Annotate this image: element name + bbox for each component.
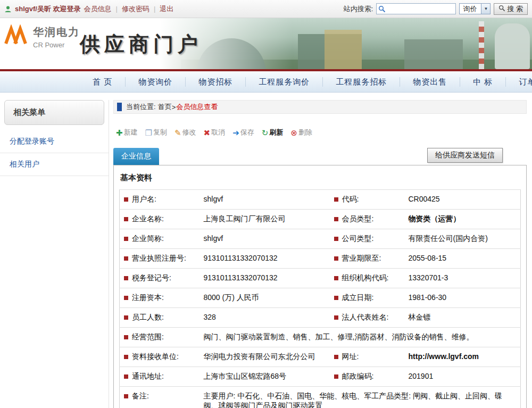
- field-value: 1981-06-30: [404, 288, 521, 308]
- table-row: 经营范围: 阀门、阀门驱动装置制造、销售、加工、修理,消防器材、消防设备的销售、…: [120, 328, 521, 347]
- top-bar: shlgvf/吴昕 欢迎登录 会员信息 | 修改密码 | 退出 站内搜索: 询价…: [0, 0, 532, 18]
- bullet-icon: [334, 197, 338, 202]
- field-value: 201901: [404, 367, 521, 387]
- bullet-icon: [124, 315, 128, 320]
- new-button[interactable]: ✚ 新建: [113, 127, 140, 138]
- bullet-icon: [124, 394, 128, 398]
- sidebar-title: 相关菜单: [4, 100, 104, 125]
- field-label: 经营范围:: [132, 332, 164, 341]
- separator: |: [116, 5, 118, 13]
- table-row: 员工人数: 328 法人代表姓名: 林金镖: [120, 308, 521, 328]
- field-value: shlgvf: [200, 190, 330, 210]
- company-info-panel: 基本资料 用户名: shlgvf 代码: CR00425 企业名称: 上海良工阀…: [113, 165, 527, 408]
- field-label: 企业名称:: [132, 214, 164, 223]
- nav-material-bidding[interactable]: 物资招标: [186, 77, 246, 87]
- table-row: 营业执照注册号: 913101131332070132 营业期限至: 2055-…: [120, 249, 521, 269]
- field-label: 法人代表姓名:: [342, 313, 389, 321]
- field-label: 用户名:: [132, 195, 156, 203]
- refresh-icon: ↻: [262, 129, 269, 137]
- header-banner: 华润电力 CR Power 供应商门户: [0, 18, 532, 69]
- bullet-icon: [334, 276, 338, 280]
- copy-icon: ❐: [145, 129, 152, 137]
- nav-home[interactable]: 首 页: [80, 77, 126, 87]
- search-input[interactable]: [387, 4, 455, 13]
- breadcrumb-home-link[interactable]: 首页: [158, 102, 172, 112]
- send-sms-button[interactable]: 给供应商发送短信: [427, 148, 503, 163]
- new-icon: ✚: [116, 129, 123, 137]
- field-value: 8000 (万) 人民币: [200, 288, 330, 308]
- logout-link[interactable]: 退出: [160, 4, 173, 14]
- table-row: 备注: 主要用户: 中石化、中石油、国电、华能、核电、军工产品类型: 闸阀、截止…: [120, 387, 521, 408]
- main-nav: 首 页 物资询价 物资招标 工程服务询价 工程服务招标 物资出售 中 标 订单/…: [0, 71, 532, 93]
- field-value: http://www.lgvf.com: [404, 347, 521, 367]
- logo-text-en: CR Power: [33, 41, 80, 49]
- edit-button[interactable]: ✎ 修改: [172, 127, 199, 138]
- nav-orders-contracts[interactable]: 订单/合同: [506, 77, 532, 87]
- search-button[interactable]: 搜 索: [494, 3, 528, 15]
- sidebar-item-related-users[interactable]: 相关用户: [0, 153, 109, 176]
- table-row: 税务登记号: 913101131332070132 组织机构代码: 133207…: [120, 269, 521, 288]
- separator: |: [154, 5, 155, 13]
- bullet-icon: [334, 315, 338, 320]
- bullet-icon: [124, 335, 128, 339]
- edit-icon: ✎: [174, 129, 181, 137]
- save-button[interactable]: ➔ 保存: [230, 127, 257, 138]
- field-value: 上海市宝山区锦宏路68号: [200, 367, 330, 387]
- bullet-icon: [334, 237, 338, 241]
- search-category-select[interactable]: 询价: [459, 3, 491, 14]
- bullet-icon: [334, 355, 338, 359]
- tab-company-info[interactable]: 企业信息: [113, 148, 159, 165]
- section-title: 基本资料: [119, 165, 521, 189]
- sidebar-item-assign-accounts[interactable]: 分配登录账号: [0, 130, 109, 153]
- field-label: 备注:: [132, 392, 149, 400]
- field-label: 代码:: [342, 195, 359, 203]
- field-label: 税务登记号:: [132, 273, 171, 282]
- bullet-icon: [124, 374, 128, 379]
- portal-title: 供应商门户: [80, 31, 202, 58]
- table-row: 资料接收单位: 华润电力投资有限公司东北分公司 网址: http://www.l…: [120, 347, 521, 367]
- chevron-down-icon[interactable]: [481, 4, 490, 14]
- field-label: 网址:: [342, 352, 359, 361]
- breadcrumb: 当前位置: 首页 > 会员信息查看: [113, 100, 527, 114]
- cancel-button[interactable]: ✖ 取消: [201, 127, 228, 138]
- table-row: 注册资本: 8000 (万) 人民币 成立日期: 1981-06-30: [120, 288, 521, 308]
- cancel-icon: ✖: [204, 129, 211, 137]
- breadcrumb-separator: >: [172, 103, 176, 111]
- sidebar: 相关菜单 分配登录账号 相关用户: [0, 100, 109, 408]
- search-icon: [498, 5, 505, 13]
- field-label: 邮政编码:: [342, 372, 374, 380]
- breadcrumb-current[interactable]: 会员信息查看: [176, 102, 218, 112]
- change-password-link[interactable]: 修改密码: [122, 4, 149, 14]
- field-value: CR00425: [404, 190, 521, 210]
- table-row: 企业简称: shlgvf 公司类型: 有限责任公司(国内合资): [120, 229, 521, 249]
- field-label: 组织机构代码:: [342, 273, 389, 282]
- field-label: 通讯地址:: [132, 372, 164, 380]
- nav-awarded[interactable]: 中 标: [460, 77, 506, 87]
- table-row: 企业名称: 上海良工阀门厂有限公司 会员类型: 物资类（运营）: [120, 210, 521, 229]
- field-value: 913101131332070132: [200, 269, 330, 288]
- table-row: 用户名: shlgvf 代码: CR00425: [120, 190, 521, 210]
- field-value: 阀门、阀门驱动装置制造、销售、加工、修理,消防器材、消防设备的销售、维修。: [200, 328, 521, 347]
- bullet-icon: [124, 237, 128, 241]
- nav-material-inquiry[interactable]: 物资询价: [126, 77, 186, 87]
- field-value: 2055-08-15: [404, 249, 521, 269]
- bullet-icon: [124, 276, 128, 280]
- delete-button[interactable]: ⊗ 删除: [288, 127, 315, 138]
- user-icon: [4, 5, 12, 13]
- main-content: 当前位置: 首页 > 会员信息查看 ✚ 新建 ❐ 复制 ✎ 修改 ✖ 取消: [109, 100, 532, 408]
- field-value: 有限责任公司(国内合资): [404, 229, 521, 249]
- refresh-button[interactable]: ↻ 刷新: [259, 127, 286, 138]
- field-label: 营业期限至:: [342, 254, 381, 262]
- record-toolbar: ✚ 新建 ❐ 复制 ✎ 修改 ✖ 取消 ➔ 保存 ↻ 刷新: [113, 127, 527, 138]
- bullet-icon: [124, 256, 128, 261]
- nav-material-sale[interactable]: 物资出售: [400, 77, 460, 87]
- bullet-icon: [334, 217, 338, 221]
- nav-service-inquiry[interactable]: 工程服务询价: [246, 77, 323, 87]
- bullet-icon: [124, 296, 128, 300]
- field-label: 会员类型:: [342, 214, 374, 223]
- member-info-link[interactable]: 会员信息: [84, 4, 112, 14]
- nav-service-bidding[interactable]: 工程服务招标: [323, 77, 400, 87]
- table-row: 通讯地址: 上海市宝山区锦宏路68号 邮政编码: 201901: [120, 367, 521, 387]
- field-value: 物资类（运营）: [404, 210, 521, 229]
- copy-button[interactable]: ❐ 复制: [143, 127, 170, 138]
